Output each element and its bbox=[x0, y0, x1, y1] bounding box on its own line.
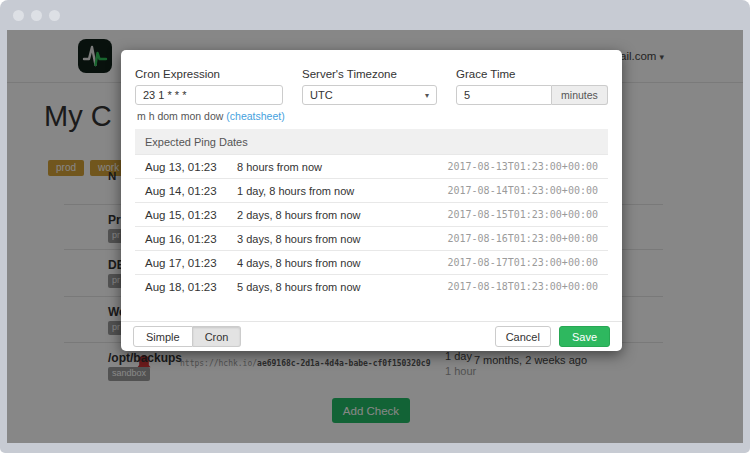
ping-iso-timestamp: 2017-08-15T01:23:00+00:00 bbox=[447, 209, 598, 220]
cron-helper-text: m h dom mon dow (cheatsheet) bbox=[137, 110, 283, 122]
timezone-label: Server's Timezone bbox=[302, 68, 437, 80]
simple-mode-button[interactable]: Simple bbox=[133, 326, 193, 347]
window-titlebar bbox=[0, 0, 750, 30]
ping-relative: 2 days, 8 hours from now bbox=[237, 209, 361, 221]
ping-iso-timestamp: 2017-08-16T01:23:00+00:00 bbox=[447, 233, 598, 244]
window-dot-icon[interactable] bbox=[13, 10, 24, 21]
ping-iso-timestamp: 2017-08-13T01:23:00+00:00 bbox=[447, 161, 598, 172]
ping-date: Aug 18, 01:23 bbox=[145, 281, 237, 293]
timezone-selected-value: UTC bbox=[310, 89, 333, 101]
ping-date-row: Aug 15, 01:23 2 days, 8 hours from now 2… bbox=[135, 202, 608, 226]
cancel-button[interactable]: Cancel bbox=[495, 326, 551, 347]
dialog-footer: Simple Cron Cancel Save bbox=[121, 321, 622, 351]
schedule-mode-toggle: Simple Cron bbox=[133, 326, 241, 347]
grace-time-field: Grace Time minutes bbox=[456, 68, 608, 122]
ping-relative: 8 hours from now bbox=[237, 161, 322, 173]
dialog-body: Cron Expression m h dom mon dow (cheatsh… bbox=[135, 68, 608, 298]
cron-expression-input[interactable] bbox=[135, 85, 283, 105]
timezone-select[interactable]: UTC▾ bbox=[302, 85, 437, 105]
ping-dates-table: Expected Ping Dates Aug 13, 01:23 8 hour… bbox=[135, 129, 608, 298]
cron-expression-field: Cron Expression m h dom mon dow (cheatsh… bbox=[135, 68, 283, 122]
ping-relative: 1 day, 8 hours from now bbox=[237, 185, 354, 197]
ping-iso-timestamp: 2017-08-18T01:23:00+00:00 bbox=[447, 281, 598, 292]
window-dot-icon[interactable] bbox=[31, 10, 42, 21]
grace-time-input[interactable] bbox=[456, 85, 552, 105]
ping-date-row: Aug 13, 01:23 8 hours from now 2017-08-1… bbox=[135, 154, 608, 178]
ping-date-row: Aug 14, 01:23 1 day, 8 hours from now 20… bbox=[135, 178, 608, 202]
ping-date: Aug 13, 01:23 bbox=[145, 161, 237, 173]
cron-expression-label: Cron Expression bbox=[135, 68, 283, 80]
window-dot-icon[interactable] bbox=[49, 10, 60, 21]
ping-date-row: Aug 18, 01:23 5 days, 8 hours from now 2… bbox=[135, 274, 608, 298]
ping-date: Aug 14, 01:23 bbox=[145, 185, 237, 197]
grace-time-label: Grace Time bbox=[456, 68, 608, 80]
browser-window: ail.com▾ My C prod work N ! Pr pr ✓ DB p… bbox=[0, 0, 750, 453]
save-button[interactable]: Save bbox=[559, 326, 610, 347]
ping-date: Aug 15, 01:23 bbox=[145, 209, 237, 221]
cron-mode-button[interactable]: Cron bbox=[193, 326, 242, 347]
ping-iso-timestamp: 2017-08-14T01:23:00+00:00 bbox=[447, 185, 598, 196]
cron-helper-fields: m h dom mon dow bbox=[137, 110, 226, 122]
ping-date-row: Aug 17, 01:23 4 days, 8 hours from now 2… bbox=[135, 250, 608, 274]
cron-edit-dialog: Cron Expression m h dom mon dow (cheatsh… bbox=[121, 50, 622, 351]
ping-date: Aug 16, 01:23 bbox=[145, 233, 237, 245]
ping-date-row: Aug 16, 01:23 3 days, 8 hours from now 2… bbox=[135, 226, 608, 250]
ping-iso-timestamp: 2017-08-17T01:23:00+00:00 bbox=[447, 257, 598, 268]
caret-down-icon: ▾ bbox=[425, 91, 429, 100]
ping-date: Aug 17, 01:23 bbox=[145, 257, 237, 269]
timezone-field: Server's Timezone UTC▾ bbox=[302, 68, 437, 122]
cheatsheet-link[interactable]: (cheatsheet) bbox=[226, 110, 284, 122]
minutes-addon: minutes bbox=[552, 85, 608, 105]
schedule-form: Cron Expression m h dom mon dow (cheatsh… bbox=[135, 68, 608, 122]
grace-input-group: minutes bbox=[456, 85, 608, 105]
ping-dates-header: Expected Ping Dates bbox=[135, 129, 608, 154]
ping-relative: 5 days, 8 hours from now bbox=[237, 281, 361, 293]
ping-relative: 4 days, 8 hours from now bbox=[237, 257, 361, 269]
ping-relative: 3 days, 8 hours from now bbox=[237, 233, 361, 245]
